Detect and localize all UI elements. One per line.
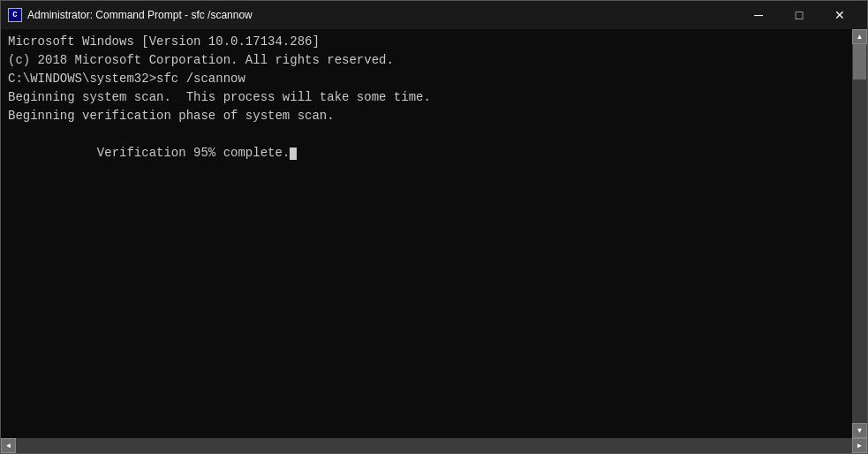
terminal-body: Microsoft Windows [Version 10.0.17134.28… [1,29,867,453]
terminal-with-scroll: Microsoft Windows [Version 10.0.17134.28… [1,29,867,453]
title-bar-left: C Administrator: Command Prompt - sfc /s… [8,8,253,22]
minimize-button[interactable]: ─ [738,1,779,29]
terminal-content[interactable]: Microsoft Windows [Version 10.0.17134.28… [1,29,852,438]
scrollbar-thumb[interactable] [853,44,866,79]
scroll-down-button[interactable]: ▼ [852,423,867,438]
vertical-scrollbar[interactable]: ▲ ▼ [852,29,867,438]
terminal-main: Microsoft Windows [Version 10.0.17134.28… [1,29,867,438]
window-title: Administrator: Command Prompt - sfc /sca… [27,9,253,21]
scrollbar-thumb-area [852,44,867,423]
scroll-left-button[interactable]: ◄ [1,438,16,453]
terminal-line-1: Microsoft Windows [Version 10.0.17134.28… [8,33,845,51]
app-icon: C [8,8,22,22]
title-bar: C Administrator: Command Prompt - sfc /s… [1,1,867,29]
terminal-line-2: (c) 2018 Microsoft Corporation. All righ… [8,51,845,70]
horizontal-scrollbar-track [16,438,852,453]
close-button[interactable]: ✕ [819,1,860,29]
window-controls: ─ □ ✕ [738,1,860,29]
terminal-line-8: Beginning verification phase of system s… [8,107,845,125]
terminal-line-9: Verification 95% complete. [8,125,845,181]
command-prompt-window: C Administrator: Command Prompt - sfc /s… [0,0,868,454]
scroll-up-button[interactable]: ▲ [852,29,867,44]
horizontal-scrollbar[interactable]: ◄ ► [1,438,867,453]
scroll-right-button[interactable]: ► [852,438,867,453]
cursor [290,148,297,160]
terminal-line-6: Beginning system scan. This process will… [8,88,845,107]
cmd-icon-graphic: C [8,8,22,22]
maximize-button[interactable]: □ [779,1,819,29]
terminal-line-4: C:\WINDOWS\system32>sfc /scannow [8,70,845,88]
